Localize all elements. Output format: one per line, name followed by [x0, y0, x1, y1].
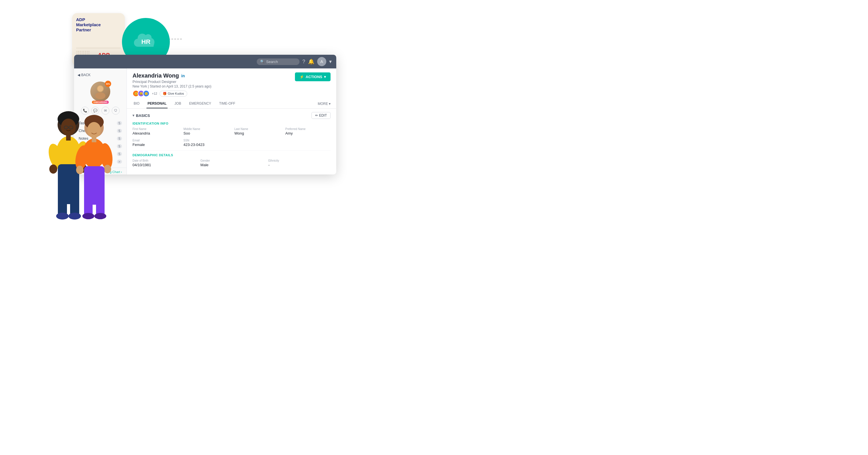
gender-value: Male — [200, 163, 262, 167]
email-label: Email — [132, 139, 178, 142]
cloud-icon: HR — [132, 32, 160, 52]
nav-bar: 🔍 Search ? 🔔 A ▾ — [74, 55, 336, 68]
svg-point-19 — [56, 213, 69, 219]
svg-rect-17 — [58, 185, 67, 216]
actions-button[interactable]: ⚡ ACTIONS ▾ — [295, 72, 331, 81]
user-avatar[interactable]: A — [317, 57, 326, 66]
actions-icon: ⚡ — [300, 75, 304, 79]
kudos-count: +12 — [152, 92, 157, 95]
svg-rect-11 — [66, 135, 71, 141]
search-icon: 🔍 — [260, 60, 265, 64]
personal-panel: ▾ BASICS ✏ EDIT IDENTIFICATION INFO Firs… — [127, 109, 336, 175]
svg-point-23 — [87, 122, 101, 138]
gender-label: Gender — [200, 159, 262, 162]
people-illustration — [38, 96, 127, 228]
kudos-avatar-3: 🙂 — [143, 90, 150, 97]
last-name-field: Last Name Wong — [235, 127, 280, 135]
ssn-label: SSN — [184, 139, 229, 142]
more-chevron-icon: ▾ — [329, 102, 331, 106]
basics-section-header: ▾ BASICS ✏ EDIT — [132, 112, 331, 119]
svg-point-34 — [94, 213, 106, 219]
search-input-label: Search — [266, 60, 278, 64]
tab-navigation: BIO PERSONAL JOB EMERGENCY TIME-OFF MORE… — [127, 99, 336, 109]
adp-card-title: ADPMarketplacePartner — [76, 17, 121, 32]
svg-rect-32 — [96, 186, 104, 216]
svg-rect-18 — [70, 185, 79, 216]
last-name-label: Last Name — [235, 127, 280, 130]
location-start: New York | Started on April 13, 2017 (2.… — [132, 84, 212, 88]
edit-pencil-icon: ✏ — [315, 114, 318, 117]
tab-personal[interactable]: PERSONAL — [147, 99, 168, 108]
preferred-name-label: Preferred Name — [285, 127, 331, 130]
ethnicity-field: Ethnicity - — [269, 159, 331, 167]
svg-point-6 — [61, 119, 76, 136]
ethnicity-value: - — [269, 163, 331, 167]
svg-point-20 — [68, 213, 81, 219]
svg-point-33 — [82, 213, 94, 219]
profile-header: Alexandria Wong in Principal Product Des… — [127, 68, 336, 97]
dob-field: Date of Birth 04/10/1981 — [132, 159, 195, 167]
email-field: Email Female — [132, 139, 178, 147]
first-name-value: Alexandria — [132, 131, 178, 135]
tab-bio[interactable]: BIO — [132, 99, 141, 108]
svg-rect-25 — [92, 137, 96, 142]
identification-grid: First Name Alexandria Middle Name Soo La… — [132, 127, 331, 135]
preferred-name-value: Amy — [285, 131, 331, 135]
ssn-value: 423-23-0423 — [184, 143, 229, 147]
edit-button[interactable]: ✏ EDIT — [311, 112, 331, 119]
svg-point-14 — [49, 164, 57, 174]
ssn-field: SSN 423-23-0423 — [184, 139, 229, 147]
profile-info: Alexandria Wong in Principal Product Des… — [132, 72, 212, 97]
svg-text:HR: HR — [141, 38, 151, 45]
back-button[interactable]: ◀ BACK — [74, 71, 126, 79]
middle-name-field: Middle Name Soo — [184, 127, 229, 135]
middle-name-label: Middle Name — [184, 127, 229, 130]
gender-field: Gender Male — [200, 159, 262, 167]
dob-label: Date of Birth — [132, 159, 195, 162]
profile-name: Alexandria Wong in — [132, 72, 212, 79]
middle-name-value: Soo — [184, 131, 229, 135]
email-ssn-grid: Email Female SSN 423-23-0423 — [132, 139, 331, 147]
tab-more[interactable]: MORE ▾ — [318, 102, 331, 106]
svg-point-29 — [104, 165, 111, 173]
tab-job[interactable]: JOB — [173, 99, 182, 108]
first-name-field: First Name Alexandria — [132, 127, 178, 135]
help-icon[interactable]: ? — [302, 59, 305, 65]
section-chevron-icon: ▾ — [132, 114, 134, 117]
identification-title: IDENTIFICATION INFO — [132, 122, 331, 125]
bell-icon[interactable]: 🔔 — [308, 58, 314, 65]
tab-time-off[interactable]: TIME-OFF — [218, 99, 237, 108]
progress-ring: 90% — [105, 81, 111, 87]
back-label: BACK — [81, 73, 91, 77]
svg-rect-31 — [84, 186, 93, 216]
kudos-avatars: 😊 😄 🙂 — [132, 90, 150, 97]
kudos-row: 😊 😄 🙂 +12 🎁 Give Kudos — [132, 90, 212, 97]
dob-value: 04/10/1981 — [132, 163, 195, 167]
linkedin-icon[interactable]: in — [181, 73, 185, 78]
demographic-title: DEMOGRAPHIC DETAILS — [132, 153, 331, 157]
ethnicity-label: Ethnicity — [269, 159, 331, 162]
kudos-icon: 🎁 — [163, 92, 167, 95]
section-divider — [132, 150, 331, 151]
first-name-label: First Name — [132, 127, 178, 130]
demographic-grid: Date of Birth 04/10/1981 Gender Male Eth… — [132, 159, 331, 167]
tab-emergency[interactable]: EMERGENCY — [188, 99, 212, 108]
search-box[interactable]: 🔍 Search — [257, 58, 300, 65]
svg-point-3 — [97, 86, 103, 92]
job-title: Principal Product Designer — [132, 80, 212, 84]
main-content: Alexandria Wong in Principal Product Des… — [127, 68, 336, 175]
chevron-down-icon[interactable]: ▾ — [329, 58, 332, 65]
svg-point-28 — [76, 165, 84, 174]
give-kudos-button[interactable]: 🎁 Give Kudos — [160, 91, 187, 97]
preferred-name-field: Preferred Name Amy — [285, 127, 331, 135]
basics-title: ▾ BASICS — [132, 114, 150, 118]
back-arrow-icon: ◀ — [78, 73, 80, 77]
last-name-value: Wong — [235, 131, 280, 135]
email-value: Female — [132, 143, 178, 147]
actions-chevron-icon: ▾ — [324, 75, 326, 79]
